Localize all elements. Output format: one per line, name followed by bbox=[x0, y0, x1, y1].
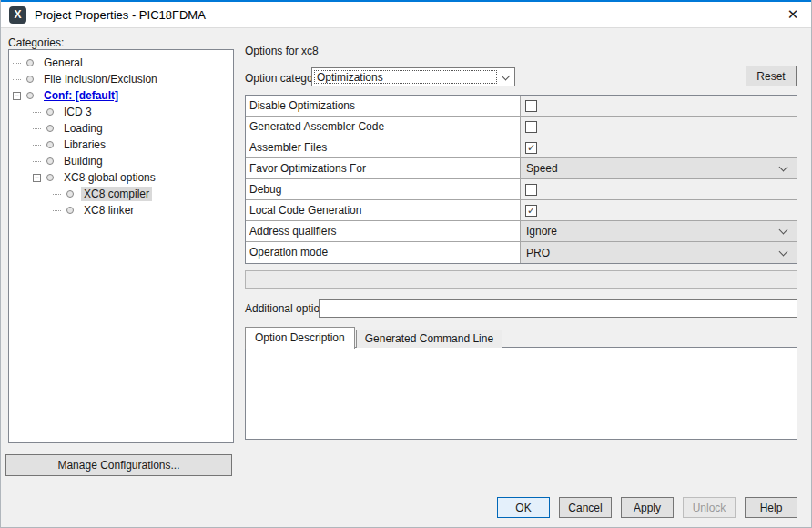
tree-node-icon bbox=[46, 174, 54, 181]
option-label: Debug bbox=[246, 179, 521, 199]
option-label: Disable Optimizations bbox=[246, 96, 521, 116]
operation-mode-select[interactable]: PRO bbox=[521, 242, 797, 263]
footer-buttons: OKCancelApplyUnlockHelp bbox=[1, 497, 797, 518]
favor-optimizations-for-select[interactable]: Speed bbox=[521, 158, 797, 178]
tab-option-description[interactable]: Option Description bbox=[245, 327, 355, 349]
tree-item-label: Loading bbox=[61, 121, 106, 136]
tab-generated-command-line[interactable]: Generated Command Line bbox=[356, 330, 502, 348]
description-tabs: Option DescriptionGenerated Command Line bbox=[245, 327, 503, 348]
assembler-files-checkbox[interactable]: ✓ bbox=[525, 142, 537, 154]
tree-node-icon bbox=[46, 157, 54, 165]
tree-item-label: ICD 3 bbox=[61, 105, 95, 119]
tree-item-label: File Inclusion/Exclusion bbox=[41, 72, 160, 86]
expander-minus-icon[interactable]: − bbox=[33, 174, 41, 182]
option-value-cell bbox=[521, 96, 797, 116]
option-description-panel bbox=[245, 347, 797, 440]
tree-item-label: General bbox=[41, 56, 86, 70]
tree-item-label: Conf: [default] bbox=[41, 88, 121, 103]
tree-guide-line bbox=[53, 194, 61, 195]
tree-item-conf-default[interactable]: −Conf: [default] bbox=[9, 87, 233, 104]
local-code-generation-checkbox[interactable]: ✓ bbox=[525, 205, 537, 217]
chevron-down-icon bbox=[775, 167, 791, 170]
tree-item-xc8-global-options[interactable]: −XC8 global options bbox=[9, 169, 233, 186]
tree-guide-line bbox=[13, 63, 21, 64]
option-label: Assembler Files bbox=[246, 137, 521, 157]
titlebar: X Project Properties - PIC18FDMA ✕ bbox=[1, 0, 811, 28]
tree-node-icon bbox=[26, 76, 34, 83]
tree-node-icon bbox=[46, 108, 54, 116]
tree-guide-line bbox=[33, 145, 41, 146]
chevron-down-icon bbox=[497, 76, 513, 79]
categories-tree: GeneralFile Inclusion/Exclusion−Conf: [d… bbox=[8, 49, 234, 443]
option-value-cell: Speed bbox=[521, 158, 797, 178]
tree-item-xc8-linker[interactable]: XC8 linker bbox=[9, 202, 233, 218]
option-label: Favor Optimizations For bbox=[246, 158, 521, 178]
options-table-footer-strip bbox=[245, 270, 797, 289]
chevron-down-icon bbox=[775, 229, 791, 233]
mplab-x-logo-icon: X bbox=[9, 6, 26, 24]
option-label: Generated Assembler Code bbox=[246, 117, 521, 137]
option-value-cell: PRO bbox=[521, 242, 797, 263]
tree-node-icon bbox=[66, 190, 74, 198]
option-value-cell: ✓ bbox=[521, 137, 797, 157]
help-button[interactable]: Help bbox=[745, 497, 797, 518]
chevron-down-icon bbox=[775, 251, 791, 255]
options-table: Disable OptimizationsGenerated Assembler… bbox=[245, 95, 797, 264]
option-value-cell bbox=[521, 117, 797, 137]
tree-item-xc8-compiler[interactable]: XC8 compiler bbox=[9, 186, 233, 202]
option-row-address-qualifiers: Address qualifiersIgnore bbox=[246, 221, 797, 242]
tree-item-file-inclusion-exclusion[interactable]: File Inclusion/Exclusion bbox=[9, 71, 233, 87]
close-icon[interactable]: ✕ bbox=[783, 5, 803, 25]
option-row-assembler-files: Assembler Files✓ bbox=[246, 137, 797, 158]
option-value-cell bbox=[521, 179, 797, 199]
reset-button[interactable]: Reset bbox=[746, 66, 797, 86]
option-label: Address qualifiers bbox=[246, 221, 521, 241]
tree-guide-line bbox=[53, 210, 61, 211]
tree-guide-line bbox=[33, 161, 41, 162]
debug-checkbox[interactable] bbox=[525, 184, 537, 196]
tree-guide-line bbox=[33, 128, 41, 129]
tree-guide-line bbox=[13, 79, 21, 80]
option-value-cell: Ignore bbox=[521, 221, 797, 241]
unlock-button[interactable]: Unlock bbox=[683, 497, 736, 518]
options-for-label: Options for xc8 bbox=[245, 45, 319, 57]
disable-optimizations-checkbox[interactable] bbox=[525, 100, 537, 112]
tree-guide-line bbox=[33, 112, 41, 113]
tree-item-label: XC8 compiler bbox=[81, 187, 152, 201]
option-categories-select[interactable]: Optimizations bbox=[311, 67, 515, 86]
option-categories-value: Optimizations bbox=[314, 70, 497, 84]
tree-node-icon bbox=[26, 92, 34, 99]
ok-button[interactable]: OK bbox=[497, 497, 550, 518]
tree-item-building[interactable]: Building bbox=[9, 153, 233, 169]
manage-configurations-button[interactable]: Manage Configurations... bbox=[5, 454, 232, 476]
tree-item-loading[interactable]: Loading bbox=[9, 120, 233, 137]
option-value-cell: ✓ bbox=[521, 200, 797, 220]
project-properties-dialog: X Project Properties - PIC18FDMA ✕ Categ… bbox=[0, 0, 812, 528]
option-row-debug: Debug bbox=[246, 179, 797, 200]
option-label: Local Code Generation bbox=[246, 200, 521, 220]
cancel-button[interactable]: Cancel bbox=[559, 497, 612, 518]
expander-minus-icon[interactable]: − bbox=[13, 92, 21, 100]
categories-label: Categories: bbox=[8, 36, 64, 49]
option-label: Operation mode bbox=[246, 242, 521, 263]
tree-node-icon bbox=[26, 59, 34, 66]
option-row-favor-optimizations-for: Favor Optimizations ForSpeed bbox=[246, 158, 797, 179]
tree-node-icon bbox=[46, 141, 54, 148]
tree-item-label: Building bbox=[61, 154, 106, 168]
address-qualifiers-select[interactable]: Ignore bbox=[521, 221, 797, 241]
select-value: Speed bbox=[526, 162, 558, 175]
tree-item-general[interactable]: General bbox=[9, 55, 233, 71]
option-row-disable-optimizations: Disable Optimizations bbox=[246, 96, 797, 117]
select-value: Ignore bbox=[526, 225, 557, 238]
select-value: PRO bbox=[526, 247, 550, 259]
tree-item-icd-3[interactable]: ICD 3 bbox=[9, 104, 233, 120]
option-row-operation-mode: Operation modePRO bbox=[246, 242, 797, 263]
window-title: Project Properties - PIC18FDMA bbox=[35, 8, 206, 22]
tree-item-label: Libraries bbox=[61, 137, 108, 152]
option-row-local-code-generation: Local Code Generation✓ bbox=[246, 200, 797, 221]
tree-node-icon bbox=[46, 125, 54, 132]
generated-assembler-code-checkbox[interactable] bbox=[525, 121, 537, 133]
tree-item-libraries[interactable]: Libraries bbox=[9, 137, 233, 153]
additional-options-input[interactable] bbox=[319, 299, 797, 318]
apply-button[interactable]: Apply bbox=[621, 497, 674, 518]
